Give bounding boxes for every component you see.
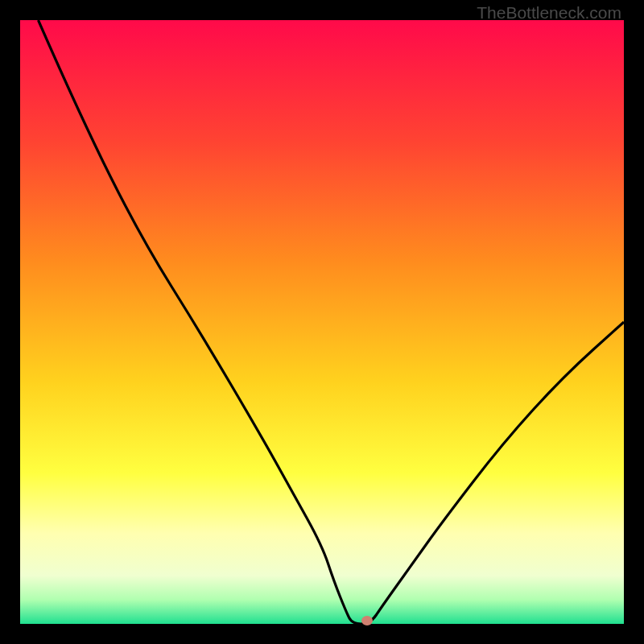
curve-path [39, 20, 625, 624]
bottleneck-curve [20, 20, 624, 624]
optimal-point-marker [361, 616, 373, 625]
chart-frame [20, 20, 624, 624]
